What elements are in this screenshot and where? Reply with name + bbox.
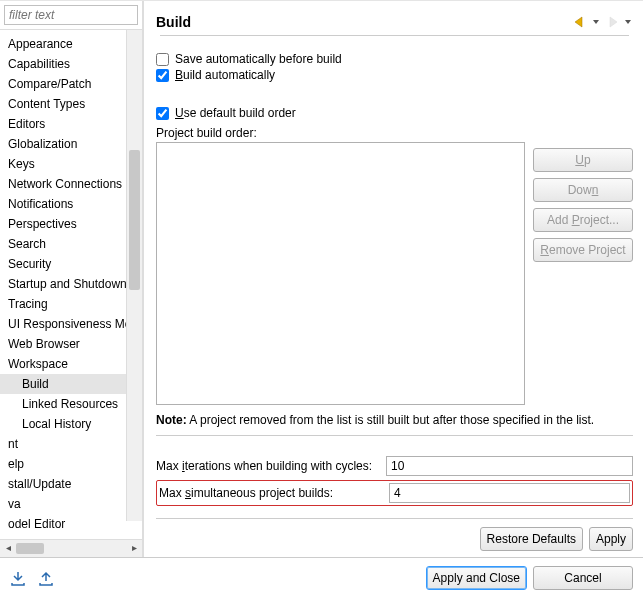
tree-item[interactable]: Compare/Patch bbox=[0, 74, 142, 94]
project-build-order-list[interactable] bbox=[156, 142, 525, 405]
tree-item[interactable]: Linked Resources bbox=[0, 394, 142, 414]
scroll-right-icon[interactable]: ▸ bbox=[127, 542, 141, 556]
add-project-button[interactable]: Add Project... bbox=[533, 208, 633, 232]
sidebar-vertical-scrollbar[interactable] bbox=[126, 30, 142, 521]
tree-item[interactable]: Capabilities bbox=[0, 54, 142, 74]
tree-item[interactable]: Content Types bbox=[0, 94, 142, 114]
tree-item[interactable]: Notifications bbox=[0, 194, 142, 214]
tree-item[interactable]: nt bbox=[0, 434, 142, 454]
preferences-tree[interactable]: AppearanceCapabilitiesCompare/PatchConte… bbox=[0, 30, 142, 539]
tree-item[interactable]: elp bbox=[0, 454, 142, 474]
up-button[interactable]: Up bbox=[533, 148, 633, 172]
filter-input[interactable] bbox=[4, 5, 138, 25]
page-title: Build bbox=[156, 14, 191, 30]
max-simultaneous-highlight: Max simultaneous project builds: bbox=[156, 480, 633, 506]
project-build-order-label: Project build order: bbox=[156, 126, 633, 140]
tree-item[interactable]: Keys bbox=[0, 154, 142, 174]
tree-item[interactable]: Build bbox=[0, 374, 142, 394]
tree-item[interactable]: Appearance bbox=[0, 34, 142, 54]
build-automatically-label: Build automatically bbox=[175, 68, 275, 82]
forward-menu-dropdown-icon[interactable] bbox=[623, 13, 633, 31]
import-preferences-icon[interactable] bbox=[10, 569, 30, 587]
use-default-build-order-label: Use default build order bbox=[175, 106, 296, 120]
tree-item[interactable]: Globalization bbox=[0, 134, 142, 154]
tree-item[interactable]: va bbox=[0, 494, 142, 514]
tree-item[interactable]: Editors bbox=[0, 114, 142, 134]
tree-item[interactable]: Web Browser bbox=[0, 334, 142, 354]
remove-project-button[interactable]: Remove Project bbox=[533, 238, 633, 262]
back-menu-dropdown-icon[interactable] bbox=[591, 13, 601, 31]
tree-item[interactable]: Startup and Shutdown bbox=[0, 274, 142, 294]
tree-item[interactable]: Network Connections bbox=[0, 174, 142, 194]
apply-and-close-button[interactable]: Apply and Close bbox=[426, 566, 527, 590]
scroll-left-icon[interactable]: ◂ bbox=[1, 542, 15, 556]
save-before-build-label: Save automatically before build bbox=[175, 52, 342, 66]
tree-item[interactable]: Local History bbox=[0, 414, 142, 434]
tree-item[interactable]: stall/Update bbox=[0, 474, 142, 494]
tree-item[interactable]: Security bbox=[0, 254, 142, 274]
tree-item[interactable]: UI Responsiveness Monitoring bbox=[0, 314, 142, 334]
use-default-build-order-checkbox[interactable] bbox=[156, 107, 169, 120]
scrollbar-thumb[interactable] bbox=[129, 150, 140, 290]
apply-button[interactable]: Apply bbox=[589, 527, 633, 551]
preferences-sidebar: AppearanceCapabilitiesCompare/PatchConte… bbox=[0, 1, 144, 557]
max-simultaneous-input[interactable] bbox=[389, 483, 630, 503]
forward-icon[interactable] bbox=[603, 13, 621, 31]
scrollbar-thumb[interactable] bbox=[16, 543, 44, 554]
build-automatically-checkbox[interactable] bbox=[156, 69, 169, 82]
max-iterations-input[interactable] bbox=[386, 456, 633, 476]
note-text: Note: A project removed from the list is… bbox=[156, 413, 633, 427]
cancel-button[interactable]: Cancel bbox=[533, 566, 633, 590]
sidebar-horizontal-scrollbar[interactable]: ◂ ▸ bbox=[0, 539, 142, 557]
tree-item[interactable]: Perspectives bbox=[0, 214, 142, 234]
save-before-build-checkbox[interactable] bbox=[156, 53, 169, 66]
tree-item[interactable]: Tracing bbox=[0, 294, 142, 314]
back-icon[interactable] bbox=[571, 13, 589, 31]
restore-defaults-button[interactable]: Restore Defaults bbox=[480, 527, 583, 551]
max-iterations-label: Max iterations when building with cycles… bbox=[156, 459, 376, 473]
export-preferences-icon[interactable] bbox=[38, 569, 58, 587]
tree-item[interactable]: Workspace bbox=[0, 354, 142, 374]
down-button[interactable]: Down bbox=[533, 178, 633, 202]
max-simultaneous-label: Max simultaneous project builds: bbox=[159, 486, 379, 500]
tree-item[interactable]: odel Editor bbox=[0, 514, 142, 534]
tree-item[interactable]: Search bbox=[0, 234, 142, 254]
